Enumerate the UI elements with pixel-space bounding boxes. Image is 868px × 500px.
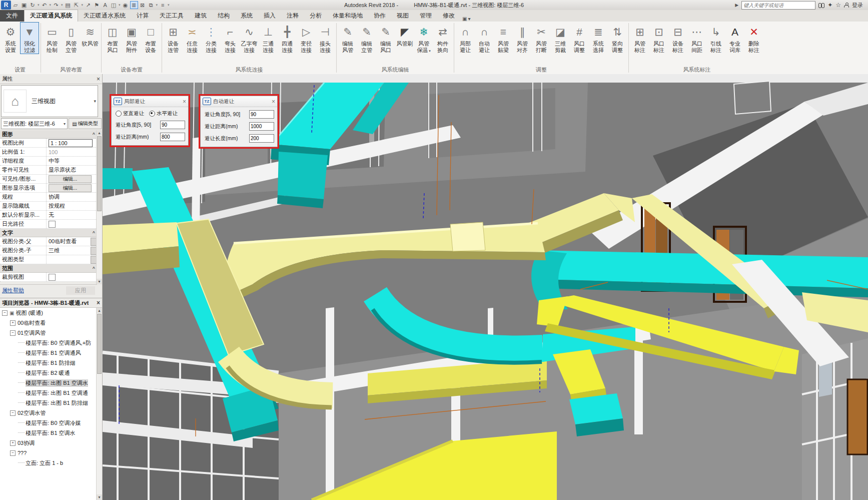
- ribbon-button-equip-connect[interactable]: ⊞设备连管: [164, 22, 183, 54]
- section-header[interactable]: 范围^: [0, 264, 97, 273]
- ribbon-button-tee-connect[interactable]: ⊥三通连接: [259, 22, 278, 54]
- tree-item[interactable]: 楼层平面: 出图 B1 空调水: [0, 378, 97, 388]
- property-value[interactable]: 编辑...: [47, 175, 97, 183]
- property-value[interactable]: [47, 220, 97, 228]
- close-icon[interactable]: ×: [97, 76, 100, 83]
- ribbon-button-elbow-connect[interactable]: ⌐弯头连接: [221, 22, 240, 54]
- text-icon[interactable]: A: [101, 1, 109, 9]
- property-value[interactable]: 00临时查看: [47, 237, 97, 246]
- ribbon-button-air-terminal[interactable]: ◫布置风口: [103, 22, 122, 54]
- ribbon-button-edit-terminal[interactable]: ✎编辑风口: [376, 22, 395, 54]
- ribbon-button-auto-avoid[interactable]: ∩自动避让: [475, 22, 494, 54]
- ribbon-tab[interactable]: 建筑: [189, 10, 212, 22]
- ribbon-button-edit-riser[interactable]: ✎编辑立管: [357, 22, 376, 54]
- tree-item[interactable]: −01空调风管: [0, 328, 97, 338]
- close-icon[interactable]: ×: [97, 299, 100, 306]
- ribbon-button-duct-insulation[interactable]: ❄风管保温 ▾: [414, 22, 433, 55]
- ribbon-tab[interactable]: 结构: [212, 10, 235, 22]
- ribbon-button-vertical-adjust[interactable]: ⇅竖向调整: [608, 22, 627, 54]
- close-inactive-views-icon[interactable]: ⊠: [139, 1, 147, 9]
- modify-tool-dropdown[interactable]: ▣▾: [462, 16, 470, 22]
- avoid-distance-input[interactable]: [160, 133, 185, 141]
- property-value[interactable]: 显示原状态: [47, 166, 97, 174]
- apply-button[interactable]: 应用: [66, 286, 95, 295]
- property-value[interactable]: 中等: [47, 157, 97, 165]
- file-tab[interactable]: 文件: [0, 10, 24, 22]
- undo-icon[interactable]: ↶: [41, 1, 49, 9]
- ribbon-tab[interactable]: 视图: [391, 10, 414, 22]
- search-icon[interactable]: [818, 3, 824, 8]
- ribbon-tab[interactable]: 协作: [368, 10, 391, 22]
- collapse-icon[interactable]: −: [10, 330, 16, 336]
- tree-item[interactable]: +00临时查看: [0, 318, 97, 328]
- ribbon-button-3d-clip[interactable]: ◪三维剪裁: [551, 22, 570, 54]
- chevron-up-icon[interactable]: ^: [93, 230, 95, 235]
- ribbon-tab[interactable]: 注释: [281, 10, 304, 22]
- sync-icon[interactable]: ↻: [29, 1, 37, 9]
- scrollbar-thumb[interactable]: [97, 314, 102, 374]
- tag-icon[interactable]: ⚑: [93, 1, 101, 9]
- ribbon-button-duct-draw[interactable]: ▭风管绘制: [43, 22, 62, 54]
- ribbon-tab[interactable]: 体量和场地: [327, 10, 368, 22]
- chevron-down-icon[interactable]: ▾: [50, 3, 52, 7]
- ribbon-button-duct-break[interactable]: ✂风管打断: [532, 22, 551, 54]
- scroll-up-icon[interactable]: ▲: [97, 130, 102, 136]
- customize-quick-access-icon[interactable]: ≡: [159, 1, 167, 9]
- render-icon[interactable]: ◉: [122, 1, 130, 9]
- collapse-icon[interactable]: −: [10, 410, 16, 416]
- avoid-distance-input[interactable]: [249, 122, 274, 131]
- ribbon-tab[interactable]: 天正暖通水系统: [78, 10, 131, 22]
- ribbon-button-filter[interactable]: ▼强化过滤: [20, 22, 39, 54]
- ribbon-button-delete-tag[interactable]: ✕删除标注: [744, 22, 763, 54]
- tree-item[interactable]: 楼层平面: 出图 B1 防排烟: [0, 398, 97, 408]
- collapse-icon[interactable]: −: [10, 450, 16, 456]
- ribbon-button-terminal-spacing[interactable]: ⋯风口间距: [687, 22, 706, 54]
- search-input[interactable]: [741, 1, 815, 10]
- ribbon-button-terminal-tag[interactable]: ⊡风口标注: [649, 22, 668, 54]
- property-value[interactable]: 编辑...: [47, 184, 97, 192]
- ribbon-button-duct-riser[interactable]: ▯风管立管: [62, 22, 81, 54]
- property-value[interactable]: 按规程: [47, 202, 97, 210]
- tree-item[interactable]: 楼层平面: 出图 B1 空调通: [0, 388, 97, 398]
- ribbon-button-lexicon[interactable]: A专业词库: [725, 22, 744, 54]
- default-3d-view-icon[interactable]: ◫: [110, 1, 118, 9]
- local-avoid-dialog[interactable]: TZ 局部避让 × 竖直避让 水平避让 避让角度[5, 90] 避让距离(mm): [111, 96, 189, 146]
- scrollbar-thumb[interactable]: [97, 136, 102, 211]
- section-header[interactable]: 文字^: [0, 229, 97, 237]
- dialog-titlebar[interactable]: TZ 局部避让 ×: [112, 96, 188, 107]
- tree-item[interactable]: 楼层平面: B0 空调冷媒: [0, 418, 97, 428]
- aligned-dimension-icon[interactable]: ↗: [84, 1, 92, 9]
- ribbon-tab[interactable]: 分析: [304, 10, 327, 22]
- expand-icon[interactable]: +: [10, 320, 16, 326]
- edit-button[interactable]: 编辑...: [49, 184, 92, 192]
- ribbon-button-any-connect[interactable]: ≍任意连接: [183, 22, 202, 54]
- collapse-icon[interactable]: −: [2, 310, 8, 316]
- ribbon-tab[interactable]: 天正暖通风系统: [24, 10, 78, 22]
- section-header[interactable]: 图形^: [0, 130, 97, 139]
- tree-item[interactable]: 楼层平面: B0 空调通风,+防: [0, 338, 97, 348]
- property-value[interactable]: 协调: [47, 193, 97, 201]
- open-icon[interactable]: ▱: [12, 1, 20, 9]
- ribbon-button-duct-brush[interactable]: ◤风管刷: [395, 22, 414, 48]
- chevron-down-icon[interactable]: ▾: [156, 3, 158, 7]
- close-icon[interactable]: ×: [272, 98, 275, 105]
- property-value[interactable]: 无: [47, 211, 97, 219]
- signin-label[interactable]: 登录: [852, 2, 863, 9]
- thin-lines-icon[interactable]: ≣: [130, 1, 138, 9]
- ribbon-button-equipment[interactable]: □布置设备: [141, 22, 160, 54]
- ribbon-button-attach-beam[interactable]: ≡风管贴梁: [494, 22, 513, 54]
- ribbon-button-flip-component[interactable]: ⇄构件换向: [433, 22, 452, 54]
- ribbon-button-flex-duct[interactable]: ≋软风管: [81, 22, 100, 48]
- ribbon-button-gear[interactable]: ⚙系统设置: [1, 22, 20, 54]
- edit-type-button[interactable]: ▤ 编辑类型: [69, 118, 102, 129]
- close-icon[interactable]: ×: [183, 98, 186, 105]
- tree-item[interactable]: 楼层平面: B1 防排烟: [0, 358, 97, 368]
- dialog-titlebar[interactable]: TZ 自动避让 ×: [201, 96, 277, 107]
- checkbox[interactable]: [49, 221, 56, 228]
- measure-icon[interactable]: ⇱: [73, 1, 81, 9]
- ribbon-button-coupling-connect[interactable]: ⊣接头连接: [316, 22, 335, 54]
- ribbon-button-duct-accessory[interactable]: ▣风管附件: [122, 22, 141, 54]
- ribbon-tab[interactable]: 计算: [131, 10, 154, 22]
- vertical-avoid-radio[interactable]: 竖直避让: [116, 110, 144, 117]
- checkbox[interactable]: [49, 274, 56, 281]
